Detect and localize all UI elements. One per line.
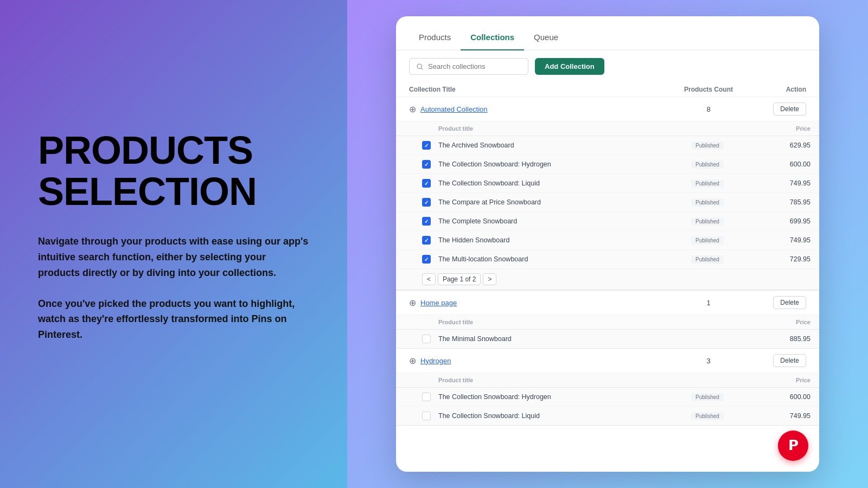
product-status: Published <box>691 179 756 188</box>
product-name: The Complete Snowboard <box>438 217 691 225</box>
search-icon <box>416 63 424 70</box>
product-checkbox[interactable] <box>422 160 431 169</box>
products-header-hydrogen: Product title Price <box>396 373 819 388</box>
delete-button-homepage[interactable]: Delete <box>773 296 806 309</box>
product-row: The Collection Snowboard: Liquid Publish… <box>396 407 819 425</box>
pt-header-price-hp: Price <box>756 319 810 325</box>
product-name: The Collection Snowboard: Liquid <box>438 412 691 420</box>
product-checkbox[interactable] <box>422 255 431 264</box>
product-row: The Archived Snowboard Published 629.95 <box>396 136 819 155</box>
pinterest-button[interactable]: 𝗣 <box>778 431 808 461</box>
tab-collections[interactable]: Collections <box>461 27 524 50</box>
product-row: The Collection Snowboard: Hydrogen Publi… <box>396 388 819 407</box>
delete-button-hydrogen[interactable]: Delete <box>773 354 806 367</box>
table-header: Collection Title Products Count Action <box>396 82 819 97</box>
collection-count-automated: 8 <box>665 105 752 113</box>
sync-icon: ⊕ <box>409 356 416 366</box>
product-name: The Collection Snowboard: Liquid <box>438 179 691 187</box>
product-status: Published <box>691 255 756 264</box>
product-checkbox[interactable] <box>422 393 431 401</box>
col-header-count: Products Count <box>665 86 752 93</box>
collection-row: ⊕ Home page 1 Delete <box>396 291 819 315</box>
product-status: Published <box>691 198 756 207</box>
product-row: The Multi-location Snowboard Published 7… <box>396 250 819 269</box>
sync-icon: ⊕ <box>409 104 416 114</box>
col-header-title: Collection Title <box>409 86 665 93</box>
right-panel: Products Collections Queue Add Collectio… <box>347 0 868 488</box>
pinterest-icon: 𝗣 <box>788 439 799 453</box>
product-checkbox[interactable] <box>422 141 431 150</box>
product-checkbox[interactable] <box>422 335 431 343</box>
product-checkbox[interactable] <box>422 198 431 207</box>
product-price: 749.95 <box>756 236 810 244</box>
collection-row: ⊕ Hydrogen 3 Delete <box>396 349 819 373</box>
collection-row: ⊕ Automated Collection 8 Delete <box>396 97 819 121</box>
delete-button-automated[interactable]: Delete <box>773 102 806 115</box>
col-header-action: Action <box>752 86 806 93</box>
product-price: 600.00 <box>756 160 810 168</box>
tab-bar: Products Collections Queue <box>396 16 819 50</box>
products-header-automated: Product title Price <box>396 121 819 136</box>
collection-action-hydrogen: Delete <box>752 354 806 367</box>
product-checkbox[interactable] <box>422 179 431 188</box>
products-table-hydrogen: Product title Price The Collection Snowb… <box>396 373 819 426</box>
left-panel: PRODUCTS SELECTION Navigate through your… <box>0 0 347 488</box>
product-price: 699.95 <box>756 217 810 225</box>
toolbar: Add Collection <box>396 50 819 82</box>
description-1: Navigate through your products with ease… <box>38 234 309 280</box>
collection-action-automated: Delete <box>752 102 806 115</box>
product-status: Published <box>691 393 756 401</box>
collection-name-automated[interactable]: Automated Collection <box>420 105 665 113</box>
product-status: Published <box>691 236 756 245</box>
product-name: The Archived Snowboard <box>438 142 691 149</box>
product-checkbox[interactable] <box>422 412 431 420</box>
collection-action-homepage: Delete <box>752 296 806 309</box>
product-price: 749.95 <box>756 412 810 420</box>
product-name: The Hidden Snowboard <box>438 236 691 244</box>
search-box[interactable] <box>409 58 528 75</box>
product-status: Published <box>691 160 756 169</box>
pt-header-title-hp: Product title <box>438 319 691 325</box>
product-name: The Collection Snowboard: Hydrogen <box>438 393 691 401</box>
product-row: The Collection Snowboard: Liquid Publish… <box>396 174 819 193</box>
products-table-automated: Product title Price The Archived Snowboa… <box>396 121 819 291</box>
tab-queue[interactable]: Queue <box>524 27 568 50</box>
description-2: Once you've picked the products you want… <box>38 296 309 343</box>
product-row: The Complete Snowboard Published 699.95 <box>396 212 819 231</box>
product-status: Published <box>691 217 756 226</box>
product-checkbox[interactable] <box>422 217 431 226</box>
product-price: 629.95 <box>756 142 810 149</box>
pagination-automated: < Page 1 of 2 > <box>396 269 819 290</box>
pt-header-price-hy: Price <box>756 377 810 383</box>
product-status: Published <box>691 141 756 150</box>
product-row: The Hidden Snowboard Published 749.95 <box>396 231 819 250</box>
product-name: The Collection Snowboard: Hydrogen <box>438 160 691 168</box>
product-checkbox[interactable] <box>422 236 431 245</box>
product-status: Published <box>691 412 756 420</box>
product-row: The Minimal Snowboard 885.95 <box>396 330 819 348</box>
product-name: The Minimal Snowboard <box>438 335 691 343</box>
collection-name-hydrogen[interactable]: Hydrogen <box>420 357 665 365</box>
product-row: The Compare at Price Snowboard Published… <box>396 193 819 212</box>
collections-scroll-area[interactable]: ⊕ Automated Collection 8 Delete Product … <box>396 97 819 472</box>
search-input[interactable] <box>428 62 521 70</box>
sync-icon: ⊕ <box>409 298 416 308</box>
product-name: The Compare at Price Snowboard <box>438 198 691 206</box>
product-name: The Multi-location Snowboard <box>438 255 691 263</box>
prev-page-button[interactable]: < <box>422 273 436 285</box>
products-table-homepage: Product title Price The Minimal Snowboar… <box>396 315 819 349</box>
product-price: 885.95 <box>756 335 810 343</box>
tab-products[interactable]: Products <box>409 27 461 50</box>
collection-name-homepage[interactable]: Home page <box>420 299 665 307</box>
product-price: 749.95 <box>756 179 810 187</box>
collection-count-homepage: 1 <box>665 299 752 307</box>
product-price: 600.00 <box>756 393 810 401</box>
collection-count-hydrogen: 3 <box>665 357 752 365</box>
next-page-button[interactable]: > <box>483 273 496 285</box>
page-indicator: Page 1 of 2 <box>438 273 481 285</box>
add-collection-button[interactable]: Add Collection <box>535 58 604 75</box>
app-card: Products Collections Queue Add Collectio… <box>396 16 819 472</box>
pt-header-price: Price <box>756 125 810 132</box>
product-price: 729.95 <box>756 255 810 263</box>
pt-header-title: Product title <box>438 125 691 132</box>
